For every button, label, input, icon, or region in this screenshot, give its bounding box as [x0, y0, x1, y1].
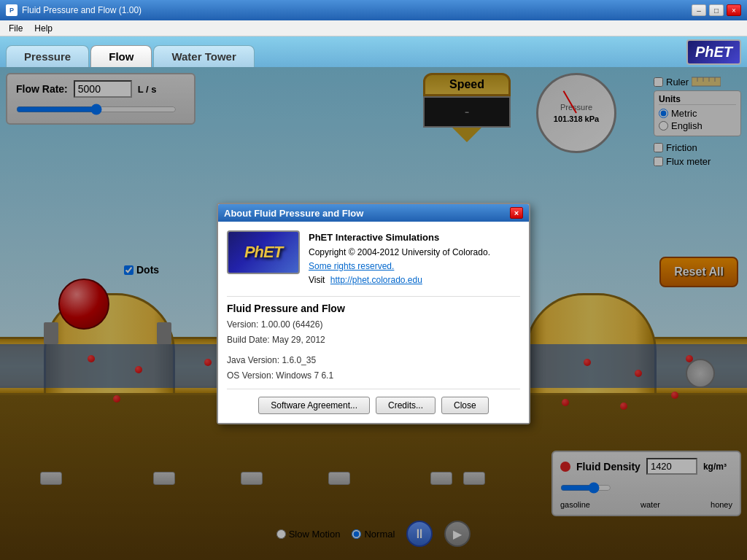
- tab-watertower[interactable]: Water Tower: [153, 45, 254, 67]
- minimize-button[interactable]: –: [692, 4, 706, 16]
- about-dialog: About Fluid Pressure and Flow × PhET PhE…: [217, 203, 530, 424]
- dialog-os-version: OS Version: Windows 7 6.1: [227, 368, 520, 383]
- tab-flow[interactable]: Flow: [90, 45, 152, 67]
- phet-logo: PhET: [686, 39, 741, 65]
- maximize-button[interactable]: □: [709, 4, 724, 16]
- dialog-close-button[interactable]: ×: [510, 207, 523, 219]
- phet-logo-box: PhET: [227, 230, 300, 274]
- titlebar: P Fluid Pressure and Flow (1.00) – □ ×: [0, 0, 747, 20]
- menu-help[interactable]: Help: [28, 22, 58, 35]
- close-dialog-button[interactable]: Close: [441, 397, 489, 414]
- tab-pressure[interactable]: Pressure: [6, 45, 89, 67]
- menubar: File Help: [0, 20, 747, 36]
- dialog-titlebar: About Fluid Pressure and Flow ×: [218, 204, 529, 222]
- dialog-visit-text: Visit: [309, 275, 325, 285]
- dialog-version: Version: 1.00.00 (64426): [227, 317, 520, 332]
- menu-file[interactable]: File: [3, 22, 28, 35]
- app-icon: P: [6, 4, 18, 16]
- dialog-org-name: PhET Interactive Simulations: [309, 230, 490, 246]
- modal-overlay: About Fluid Pressure and Flow × PhET PhE…: [0, 67, 747, 560]
- dialog-app-title: Fluid Pressure and Flow: [227, 303, 520, 314]
- dialog-visit-row: Visit http://phet.colorado.edu: [309, 273, 490, 287]
- dialog-build-date: Build Date: May 29, 2012: [227, 332, 520, 347]
- dialog-top-section: PhET PhET Interactive Simulations Copyri…: [227, 230, 520, 287]
- dialog-website-link[interactable]: http://phet.colorado.edu: [330, 275, 422, 285]
- dialog-rights-link[interactable]: Some rights reserved.: [309, 261, 394, 271]
- dialog-body: PhET PhET Interactive Simulations Copyri…: [218, 222, 529, 423]
- dialog-rights-row: Some rights reserved.: [309, 260, 490, 273]
- simulation-area: Flow Rate: L / s Speed - Pressure 101.31…: [0, 67, 747, 560]
- dialog-copyright: Copyright © 2004-2012 University of Colo…: [309, 246, 490, 260]
- phet-dialog-logo: PhET: [244, 243, 282, 262]
- window-controls: – □ ×: [692, 4, 741, 16]
- close-button[interactable]: ×: [727, 4, 741, 16]
- credits-button[interactable]: Credits...: [376, 397, 436, 414]
- window-title: Fluid Pressure and Flow (1.00): [22, 5, 692, 15]
- tabbar: Pressure Flow Water Tower PhET: [0, 36, 747, 67]
- software-agreement-button[interactable]: Software Agreement...: [258, 397, 370, 414]
- dialog-title: About Fluid Pressure and Flow: [224, 208, 363, 219]
- dialog-info: PhET Interactive Simulations Copyright ©…: [309, 230, 490, 287]
- dialog-buttons: Software Agreement... Credits... Close: [227, 397, 520, 414]
- dialog-app-info: Fluid Pressure and Flow Version: 1.00.00…: [227, 296, 520, 389]
- dialog-java-version: Java Version: 1.6.0_35: [227, 353, 520, 368]
